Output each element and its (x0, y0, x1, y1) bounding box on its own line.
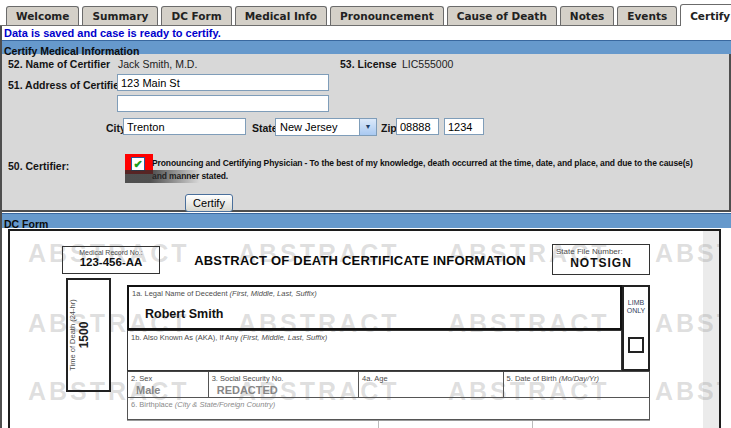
city-input[interactable] (123, 118, 246, 135)
field-cell: 2. SexMale (128, 372, 208, 397)
chevron-down-icon[interactable]: ▼ (359, 119, 376, 135)
page-edge-shading (703, 231, 719, 428)
aka-cell: 1b. Also Known As (AKA), If Any (First, … (127, 330, 622, 371)
time-of-death-value: 1500 (77, 280, 91, 390)
address-line1-input[interactable] (117, 74, 329, 91)
name-of-certifier-label: 52. Name of Certifier (8, 58, 110, 70)
field-cell: 5. Date of Birth (Mo/Day/Yr) (503, 372, 649, 397)
zip-label: Zip (381, 122, 397, 134)
state-select[interactable]: New Jersey ▼ (275, 118, 377, 136)
tab-pronouncement[interactable]: Pronouncement (330, 6, 444, 25)
tab-welcome[interactable]: Welcome (6, 6, 79, 25)
address-line2-input[interactable] (117, 95, 329, 112)
checkbox-checked-icon: ✔ (133, 158, 142, 170)
certifier-statement-line1: Pronouncing and Certifying Physician - T… (152, 158, 693, 168)
field-cell-value (504, 383, 649, 384)
zip5-input[interactable] (396, 118, 439, 135)
limb-only-checkbox (628, 337, 644, 353)
death-certificate-document: Medical Record No.: 123-456-AA ABSTRACT … (8, 229, 721, 428)
field-cell-value (359, 383, 502, 384)
limb-only-label: LIMB ONLY (624, 287, 648, 315)
legal-name-cell: 1a. Legal Name of Decedent (First, Middl… (127, 285, 622, 330)
zip4-input[interactable] (444, 118, 484, 135)
certifier-checkbox[interactable]: ✔ (131, 157, 145, 171)
time-of-death-rotated: Time of Death (24-hr) 1500 (68, 280, 108, 390)
tab-medical-info[interactable]: Medical Info (235, 6, 327, 25)
address-of-certifier-label: 51. Address of Certifier (8, 79, 123, 91)
dc-form-section-header: DC Form (0, 213, 731, 228)
tab-dc-form[interactable]: DC Form (161, 6, 231, 25)
highlight-shadow-artifact (125, 170, 213, 183)
certify-section-title: Certify Medical Information (4, 45, 139, 57)
certify-button[interactable]: Certify (185, 194, 233, 212)
field-cell-value: REDACTED (209, 383, 358, 396)
tab-cause-of-death[interactable]: Cause of Death (447, 6, 557, 25)
certify-medical-information-section: Certify Medical Information 52. Name of … (0, 40, 731, 212)
name-of-certifier-value: Jack Smith, M.D. (118, 58, 197, 70)
license-label: 53. License (340, 58, 397, 70)
field-cell: 4a. Age (358, 372, 502, 397)
certify-section-header: Certify Medical Information (0, 40, 731, 54)
field-cell: 3. Social Security No.REDACTED (208, 372, 358, 397)
tab-events[interactable]: Events (617, 6, 677, 25)
tab-summary[interactable]: Summary (82, 6, 158, 25)
state-select-value: New Jersey (280, 121, 337, 133)
application-window: WelcomeSummaryDC FormMedical InfoPronoun… (0, 0, 731, 428)
birthplace-label: 6. Birthplace (City & State/Foreign Coun… (128, 398, 649, 409)
window-left-border (0, 26, 2, 428)
certifier-label: 50. Certifier: (8, 160, 69, 172)
demographics-row: 2. SexMale3. Social Security No.REDACTED… (127, 371, 650, 398)
status-bar: Data is saved and case is ready to certi… (0, 26, 731, 40)
tab-notes[interactable]: Notes (560, 6, 614, 25)
field-cell-value: Male (128, 383, 208, 396)
status-message: Data is saved and case is ready to certi… (4, 27, 221, 39)
state-file-number-value: NOTSIGN (553, 256, 649, 270)
state-label: State (252, 122, 278, 134)
time-of-death-label: Time of Death (24-hr) (68, 280, 77, 390)
aka-label: 1b. Also Known As (AKA), If Any (First, … (128, 331, 621, 342)
birthplace-cell: 6. Birthplace (City & State/Foreign Coun… (127, 397, 650, 420)
legal-name-value: Robert Smith (145, 307, 223, 321)
state-file-number-label: State File Number: (553, 245, 649, 256)
document-title: ABSTRACT OF DEATH CERTIFICATE INFORMATIO… (140, 253, 580, 268)
license-value: LIC555000 (402, 58, 453, 70)
tab-bar: WelcomeSummaryDC FormMedical InfoPronoun… (0, 0, 731, 26)
legal-name-label: 1a. Legal Name of Decedent (First, Middl… (129, 287, 620, 298)
tab-certify[interactable]: Certify (680, 4, 731, 26)
limb-only-column: LIMB ONLY (622, 285, 650, 371)
next-row-stub (127, 420, 650, 428)
state-file-number-box: State File Number: NOTSIGN (552, 244, 650, 275)
time-of-death-box: Time of Death (24-hr) 1500 (66, 278, 111, 392)
